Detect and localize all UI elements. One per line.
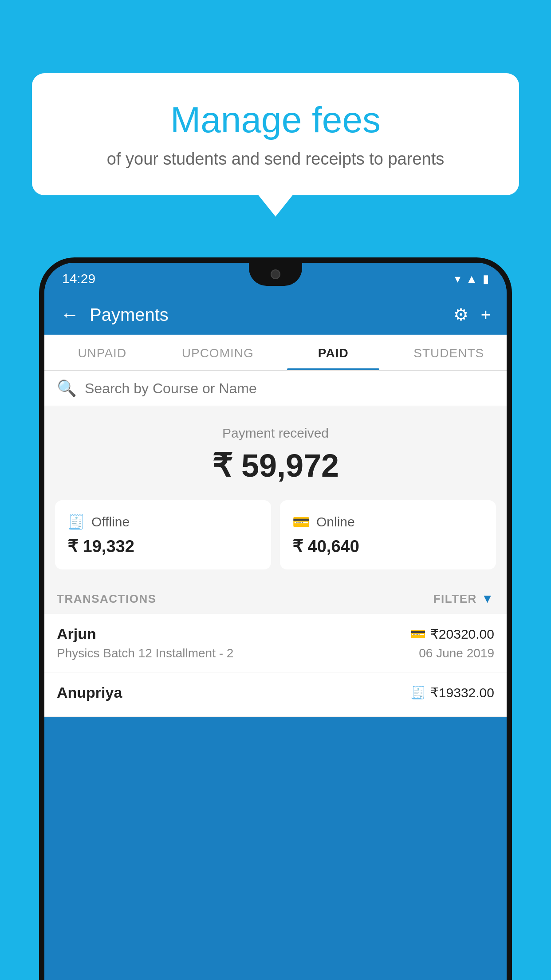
offline-label: Offline [91,514,130,530]
battery-icon: ▮ [483,272,489,286]
tab-students[interactable]: STUDENTS [391,335,507,370]
amount-value: ₹20320.00 [430,626,494,642]
online-icon: 💳 [292,514,310,530]
phone-inner: 14:29 ▾ ▲ ▮ ← Payments ⚙ + UNPAID UPCOMI… [44,263,507,980]
page-title: Payments [90,305,443,325]
transaction-name: Anupriya [57,684,122,701]
transaction-name: Arjun [57,625,96,643]
tab-unpaid[interactable]: UNPAID [44,335,160,370]
transaction-course: Physics Batch 12 Installment - 2 [57,646,233,660]
offline-icon: 🧾 [67,514,85,530]
offline-amount: ₹ 19,332 [67,537,259,556]
cash-mode-icon: 🧾 [410,685,426,700]
payment-received-label: Payment received [44,426,507,441]
payment-cards: 🧾 Offline ₹ 19,332 💳 Online ₹ 40,640 [44,500,507,584]
online-card-header: 💳 Online [292,514,484,530]
wifi-icon: ▾ [455,272,460,286]
transaction-row[interactable]: Anupriya 🧾 ₹19332.00 [44,672,507,717]
status-icons: ▾ ▲ ▮ [455,272,489,286]
app-header: ← Payments ⚙ + [44,295,507,335]
transaction-date: 06 June 2019 [419,646,494,660]
filter-label: FILTER [433,592,477,606]
tab-upcoming[interactable]: UPCOMING [160,335,276,370]
transaction-amount: 💳 ₹20320.00 [410,626,494,642]
filter-icon: ▼ [481,592,494,606]
online-amount: ₹ 40,640 [292,537,484,556]
filter-button[interactable]: FILTER ▼ [433,592,494,606]
offline-card: 🧾 Offline ₹ 19,332 [55,500,271,569]
payment-total-amount: ₹ 59,972 [44,447,507,484]
search-bar: 🔍 [44,371,507,406]
search-icon: 🔍 [57,379,77,398]
header-actions: ⚙ + [453,305,491,324]
offline-card-header: 🧾 Offline [67,514,259,530]
content-area: 🔍 Payment received ₹ 59,972 🧾 Offline ₹ … [44,371,507,717]
amount-value: ₹19332.00 [430,685,494,700]
notch [249,263,302,286]
payment-summary: Payment received ₹ 59,972 [44,406,507,500]
phone-frame: 14:29 ▾ ▲ ▮ ← Payments ⚙ + UNPAID UPCOMI… [39,257,512,980]
online-card: 💳 Online ₹ 40,640 [280,500,496,569]
add-icon[interactable]: + [481,305,491,324]
bubble-title: Manage fees [54,100,497,140]
status-time: 14:29 [62,271,95,286]
settings-icon[interactable]: ⚙ [453,305,468,324]
transactions-label: TRANSACTIONS [57,592,157,606]
tab-paid[interactable]: PAID [276,335,391,370]
search-input[interactable] [85,380,494,397]
tab-bar: UNPAID UPCOMING PAID STUDENTS [44,335,507,371]
back-button[interactable]: ← [60,304,79,325]
transaction-top: Anupriya 🧾 ₹19332.00 [57,684,494,701]
transactions-header: TRANSACTIONS FILTER ▼ [44,584,507,614]
transaction-row[interactable]: Arjun 💳 ₹20320.00 Physics Batch 12 Insta… [44,614,507,672]
signal-icon: ▲ [466,272,477,286]
card-mode-icon: 💳 [410,627,426,641]
bubble-subtitle: of your students and send receipts to pa… [54,150,497,169]
status-bar: 14:29 ▾ ▲ ▮ [44,263,507,295]
transaction-amount: 🧾 ₹19332.00 [410,685,494,700]
camera-dot [271,269,280,279]
speech-bubble: Manage fees of your students and send re… [32,73,519,195]
transaction-top: Arjun 💳 ₹20320.00 [57,625,494,643]
online-label: Online [316,514,355,530]
transaction-bottom: Physics Batch 12 Installment - 2 06 June… [57,646,494,660]
